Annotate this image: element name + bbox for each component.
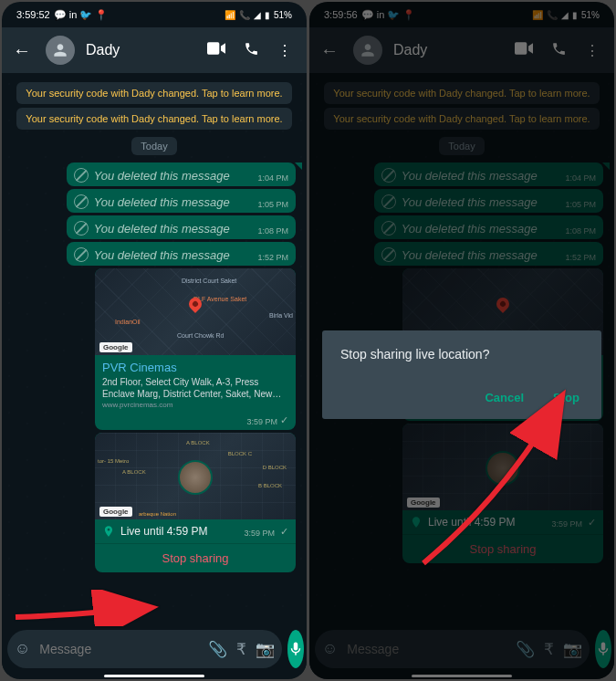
deleted-message[interactable]: You deleted this message 1:05 PM (67, 189, 296, 213)
battery-icon: ▮ (265, 10, 270, 20)
status-time: 3:59:52 (16, 9, 50, 20)
nav-bar (2, 674, 307, 679)
volte-icon: 📞 (239, 10, 250, 20)
map-label: B BLOCK (258, 483, 282, 488)
location-address: 2nd Floor, Select City Walk, A-3, Press … (102, 376, 288, 400)
battery-pct: 51% (274, 10, 292, 20)
google-badge: Google (99, 342, 132, 352)
stop-sharing-button[interactable]: Stop sharing (95, 543, 296, 572)
deleted-text: You deleted this message (94, 222, 253, 236)
location-message[interactable]: ➦ District Court Saket DLF Avenue Saket … (95, 268, 296, 430)
tick-icon: ✓ (280, 526, 288, 538)
location-title: PVR Cinemas (102, 361, 288, 374)
phone-left: 3:59:52 💬 in 🐦 📍 📶 📞 ◢ ▮ 51% ← Dady ⋮ Yo… (2, 2, 307, 679)
location-pin-icon (102, 525, 115, 538)
live-avatar (178, 460, 213, 495)
live-map-preview[interactable]: A BLOCK A BLOCK B BLOCK D BLOCK BLOCK C … (95, 433, 296, 519)
menu-icon[interactable]: ⋮ (277, 42, 292, 59)
cancel-button[interactable]: Cancel (481, 385, 527, 410)
msg-time: 1:04 PM (257, 173, 288, 183)
deleted-text: You deleted this message (94, 195, 253, 209)
deleted-text: You deleted this message (94, 169, 253, 183)
map-label: tor- 15 Metro (98, 458, 129, 464)
emoji-icon[interactable]: ☺ (15, 640, 30, 658)
message-input[interactable] (39, 642, 199, 656)
map-label: District Court Saket (182, 278, 236, 284)
map-label: Birla Vid (269, 312, 293, 319)
blocked-icon (74, 221, 89, 236)
blocked-icon (74, 194, 89, 209)
msg-time: 3:59 PM (246, 417, 277, 426)
live-location-message[interactable]: A BLOCK A BLOCK B BLOCK D BLOCK BLOCK C … (95, 433, 296, 572)
mic-button[interactable] (287, 630, 304, 668)
voice-call-icon[interactable] (244, 41, 259, 60)
security-notice[interactable]: Your security code with Dady changed. Ta… (16, 108, 291, 130)
security-notice[interactable]: Your security code with Dady changed. Ta… (16, 82, 291, 104)
phone-right: 3:59:56 💬 in 🐦 📍 📶 📞 ◢ ▮ 51% ← Dady ⋮ Yo… (309, 2, 614, 679)
map-label: arbeque Nation (139, 511, 176, 517)
location-url: www.pvrcinemas.com (102, 401, 288, 409)
dialog-title: Stop sharing live location? (340, 347, 583, 361)
wifi-icon: 📶 (224, 10, 235, 20)
deleted-message[interactable]: You deleted this message 1:04 PM (67, 162, 296, 186)
status-bar: 3:59:52 💬 in 🐦 📍 📶 📞 ◢ ▮ 51% (2, 2, 307, 27)
deleted-message[interactable]: You deleted this message 1:08 PM (67, 215, 296, 239)
msg-time: 3:59 PM (244, 529, 275, 538)
blocked-icon (74, 168, 89, 183)
back-button[interactable]: ← (9, 37, 35, 65)
msg-time: 1:05 PM (257, 200, 288, 209)
rupee-icon[interactable]: ₹ (236, 640, 246, 659)
map-preview[interactable]: District Court Saket DLF Avenue Saket In… (95, 268, 296, 355)
video-call-icon[interactable] (207, 42, 225, 58)
signal-icon: ◢ (254, 10, 261, 20)
contact-name[interactable]: Dady (86, 42, 196, 58)
msg-time: 1:08 PM (257, 226, 288, 236)
map-label: BLOCK C (228, 451, 252, 456)
map-label: A BLOCK (122, 469, 146, 475)
camera-icon[interactable]: 📷 (256, 640, 275, 659)
tick-icon: ✓ (280, 414, 288, 426)
nav-pill[interactable] (104, 675, 204, 677)
contact-avatar[interactable] (46, 36, 75, 65)
date-pill: Today (131, 137, 176, 155)
svg-rect-0 (207, 42, 219, 54)
status-notif-icons: 💬 in 🐦 📍 (54, 9, 109, 21)
live-status-text: Live until 4:59 PM (120, 525, 238, 538)
map-label: D BLOCK (263, 465, 287, 470)
attach-icon[interactable]: 📎 (208, 640, 227, 659)
message-input-container: ☺ 📎 ₹ 📷 (7, 630, 282, 668)
blocked-icon (74, 247, 89, 262)
chat-header: ← Dady ⋮ (2, 27, 307, 73)
stop-button[interactable]: Stop (549, 385, 583, 410)
deleted-message[interactable]: You deleted this message 1:52 PM (67, 242, 296, 266)
input-bar: ☺ 📎 ₹ 📷 (2, 624, 307, 674)
map-label: Court Chowk Rd (177, 332, 224, 339)
svg-point-1 (107, 528, 110, 531)
google-badge: Google (99, 507, 132, 517)
deleted-text: You deleted this message (94, 248, 253, 262)
map-label: A BLOCK (186, 440, 210, 445)
chat-body[interactable]: Your security code with Dady changed. Ta… (2, 73, 307, 624)
map-label: IndianOil (115, 319, 141, 325)
stop-sharing-dialog: Stop sharing live location? Cancel Stop (322, 330, 601, 419)
msg-time: 1:52 PM (257, 253, 288, 262)
